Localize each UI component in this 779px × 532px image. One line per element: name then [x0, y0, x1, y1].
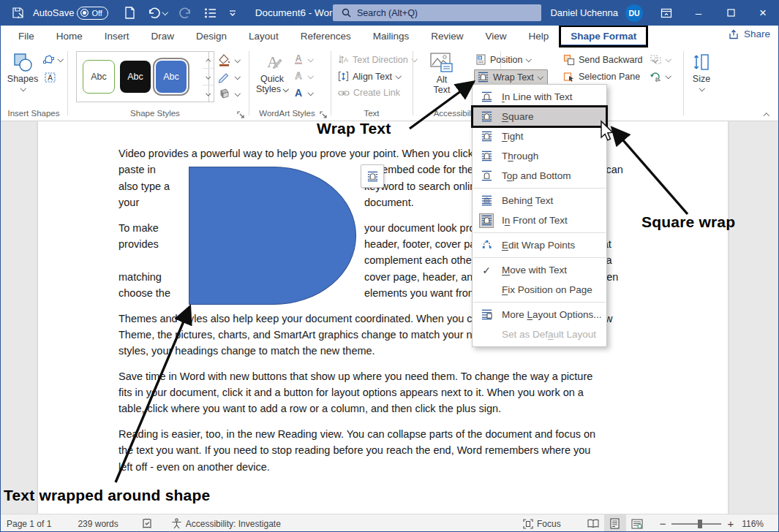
send-backward-icon: [563, 54, 575, 66]
selection-pane-button[interactable]: Selection Pane: [563, 71, 640, 83]
wrap-menu-item-tight[interactable]: Tight: [473, 126, 606, 146]
tab-review[interactable]: Review: [420, 26, 474, 47]
position-button[interactable]: Position: [475, 54, 531, 65]
gallery-more-icon[interactable]: [203, 86, 214, 102]
tab-home[interactable]: Home: [45, 26, 94, 47]
shape-style-swatch-3-selected[interactable]: Abc: [156, 61, 187, 93]
word-count[interactable]: 239 words: [71, 514, 124, 532]
shape-outline-button[interactable]: [218, 71, 240, 83]
tab-file[interactable]: File: [7, 26, 45, 47]
wrap-menu-item-in-front-of-text[interactable]: In Front of Text: [473, 210, 606, 230]
zoom-slider[interactable]: [671, 523, 721, 525]
new-document-icon[interactable]: [118, 0, 141, 26]
zoom-percent[interactable]: 116%: [735, 514, 770, 532]
alt-text-icon: [430, 53, 454, 72]
quick-styles-icon: A: [261, 53, 283, 72]
paragraph-gap: [118, 419, 647, 428]
gallery-scroll-buttons[interactable]: [203, 51, 214, 102]
alt-text-button[interactable]: Alt Text: [424, 53, 459, 96]
focus-button[interactable]: Focus: [516, 514, 568, 532]
close-button[interactable]: ×: [747, 0, 779, 26]
avatar[interactable]: DU: [625, 4, 643, 22]
text-effects-button[interactable]: A: [293, 87, 313, 99]
shape-styles-dialog-launcher-icon[interactable]: [237, 109, 246, 118]
shape-style-swatch-2[interactable]: Abc: [120, 61, 151, 93]
wrap-menu-item-behind-text[interactable]: Behind Text: [473, 191, 606, 210]
topbottom-wrap-icon: [479, 169, 494, 183]
group-objects-button: [650, 54, 671, 65]
shape-effects-button[interactable]: [218, 88, 240, 99]
selection-pane-icon: [563, 71, 575, 83]
rotate-objects-button[interactable]: [650, 71, 671, 82]
page-indicator[interactable]: Page 1 of 1: [0, 514, 58, 532]
maximize-button[interactable]: [715, 0, 747, 26]
wrap-menu-item-move-with-text[interactable]: ✓Move with Text: [473, 260, 606, 280]
shape-fill-icon: [218, 54, 231, 66]
zoom-in-button[interactable]: +: [726, 514, 735, 532]
tab-view[interactable]: View: [474, 26, 517, 47]
read-mode-button[interactable]: [582, 514, 604, 532]
toggle-knob-icon: [80, 9, 89, 17]
layout-options-button[interactable]: [361, 164, 384, 188]
wordart-dialog-launcher-icon[interactable]: [320, 109, 328, 118]
document-line: fits in your document, click it and a bu…: [118, 387, 647, 403]
gallery-up-icon[interactable]: [203, 52, 214, 69]
collapse-ribbon-icon[interactable]: [764, 112, 769, 117]
edit-shape-icon[interactable]: [42, 54, 63, 65]
quick-access-toolbar-chevron-icon[interactable]: [223, 0, 242, 26]
bullet-list-icon[interactable]: [198, 0, 223, 26]
wrap-text-button[interactable]: Wrap Text: [474, 69, 548, 85]
menu-separator: [473, 302, 606, 303]
align-text-button[interactable]: Align Text: [338, 71, 401, 82]
shape-fill-button[interactable]: [218, 54, 240, 66]
tab-insert[interactable]: Insert: [94, 26, 140, 47]
wrap-menu-item-top-and-bottom[interactable]: Top and Bottom: [473, 166, 606, 186]
tab-design[interactable]: Design: [185, 26, 238, 47]
accessibility-status[interactable]: Accessibility: Investigate: [165, 514, 287, 532]
document-line: styles, your headings change to match th…: [118, 345, 647, 361]
shapes-button[interactable]: Shapes: [6, 53, 39, 91]
shape-style-swatch-1[interactable]: Abc: [83, 60, 115, 94]
tab-draw[interactable]: Draw: [140, 26, 186, 47]
tab-shape-format[interactable]: Shape Format: [560, 26, 647, 47]
wrap-menu-item-edit-wrap-points[interactable]: Edit Wrap Points: [473, 235, 606, 255]
accessibility-icon: [171, 518, 182, 529]
share-button[interactable]: Share: [729, 28, 770, 39]
web-layout-button[interactable]: [626, 514, 648, 532]
infront-wrap-icon: [479, 213, 494, 228]
minimize-button[interactable]: –: [682, 0, 715, 26]
menu-separator: [473, 188, 606, 189]
ribbon-display-options-icon[interactable]: [650, 0, 682, 26]
wrap-menu-item-fix-position-on-page[interactable]: Fix Position on Page: [473, 280, 606, 300]
send-backward-button[interactable]: Send Backward: [563, 54, 658, 66]
shape-styles-gallery[interactable]: Abc Abc Abc: [76, 51, 209, 102]
share-icon: [729, 29, 740, 39]
tab-references[interactable]: References: [290, 26, 362, 47]
zoom-out-button[interactable]: −: [658, 514, 668, 532]
tab-layout[interactable]: Layout: [238, 26, 290, 47]
menu-separator: [473, 232, 606, 233]
size-button[interactable]: Size: [686, 53, 717, 91]
undo-icon[interactable]: [141, 0, 173, 26]
text-fill-button: A: [293, 53, 313, 65]
morelayout-wrap-icon: [479, 308, 494, 322]
autosave-toggle[interactable]: Off: [77, 7, 108, 20]
wrap-menu-item-through[interactable]: Through: [473, 146, 606, 166]
user-name[interactable]: Daniel Uchenna: [550, 7, 618, 18]
print-layout-button[interactable]: [604, 514, 626, 532]
save-icon[interactable]: [6, 0, 30, 26]
wrap-menu-item-in-line-with-text[interactable]: In Line with Text: [473, 87, 606, 107]
wrap-menu-item-more-layout-options[interactable]: More Layout Options...: [473, 305, 606, 324]
zoom-slider-thumb[interactable]: [698, 520, 702, 528]
proofing-icon[interactable]: [135, 514, 159, 532]
rounded-blue-shape[interactable]: [189, 167, 356, 305]
search-input[interactable]: Search (Alt+Q): [333, 4, 541, 21]
tab-help[interactable]: Help: [518, 26, 560, 47]
wrap-menu-item-square[interactable]: Square: [473, 107, 606, 126]
annotation-text-wrapped: Text wrapped around shape: [4, 487, 210, 504]
gallery-down-icon[interactable]: [203, 69, 214, 86]
text-box-icon[interactable]: A: [44, 72, 56, 86]
menu-item-label: Behind Text: [502, 195, 553, 206]
tab-mailings[interactable]: Mailings: [362, 26, 421, 47]
title-bar: AutoSave Off Document6 - Word Search (Al…: [0, 0, 779, 26]
